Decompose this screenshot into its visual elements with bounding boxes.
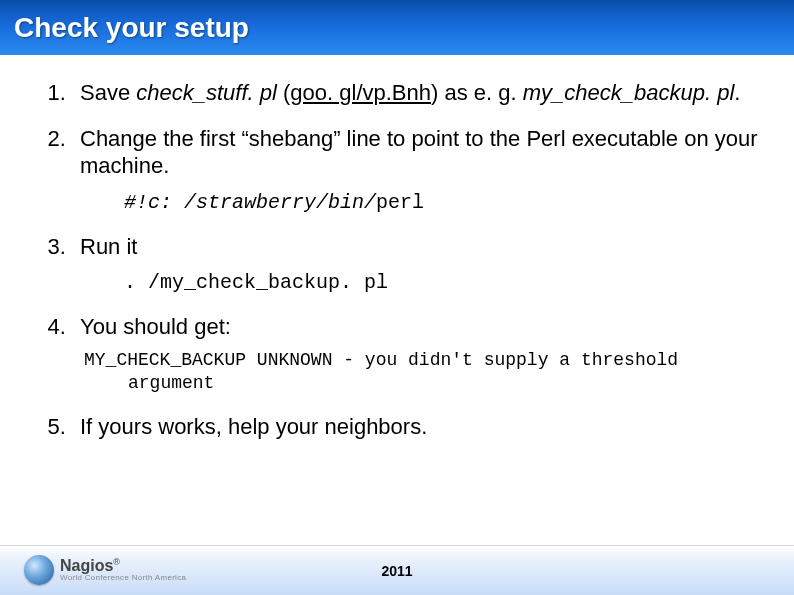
slide-footer: Nagios® World Conference North America 2… [0,545,794,595]
filename: my_check_backup. pl [523,80,735,105]
filename: check_stuff. pl [136,80,277,105]
slide-title: Check your setup [14,12,249,44]
code-block: . /my_check_backup. pl [124,270,764,295]
code-plain: . /my_check_backup. pl [124,271,388,294]
brand-name: Nagios [60,557,113,574]
slide-content: Save check_stuff. pl (goo. gl/vp.Bnh) as… [0,55,794,441]
output-block: MY_CHECK_BACKUP UNKNOWN - you didn't sup… [84,349,764,396]
text: Run it [80,234,137,259]
text: Change the first “shebang” line to point… [80,126,758,179]
text: Save [80,80,136,105]
list-item: If yours works, help your neighbors. [72,413,764,441]
text: . [734,80,740,105]
footer-year: 2011 [381,563,412,579]
logo-text: Nagios® World Conference North America [60,558,186,582]
link-text[interactable]: goo. gl/vp.Bnh [290,80,431,105]
brand-logo: Nagios® World Conference North America [24,555,186,585]
globe-icon [24,555,54,585]
slide-header: Check your setup [0,0,794,55]
list-item: Run it . /my_check_backup. pl [72,233,764,296]
instruction-list: Save check_stuff. pl (goo. gl/vp.Bnh) as… [30,79,764,441]
text: ) as e. g. [431,80,523,105]
code-italic: #!c: /strawberry/bin/ [124,191,376,214]
brand-subtitle: World Conference North America [60,574,186,582]
code-plain: perl [376,191,424,214]
registered-mark: ® [113,557,120,567]
text: ( [277,80,290,105]
text: If yours works, help your neighbors. [80,414,427,439]
output-line: argument [128,372,764,395]
list-item: Change the first “shebang” line to point… [72,125,764,215]
output-line: MY_CHECK_BACKUP UNKNOWN - you didn't sup… [84,349,764,372]
list-item: You should get: MY_CHECK_BACKUP UNKNOWN … [72,313,764,395]
text: You should get: [80,314,231,339]
code-block: #!c: /strawberry/bin/perl [124,190,764,215]
list-item: Save check_stuff. pl (goo. gl/vp.Bnh) as… [72,79,764,107]
